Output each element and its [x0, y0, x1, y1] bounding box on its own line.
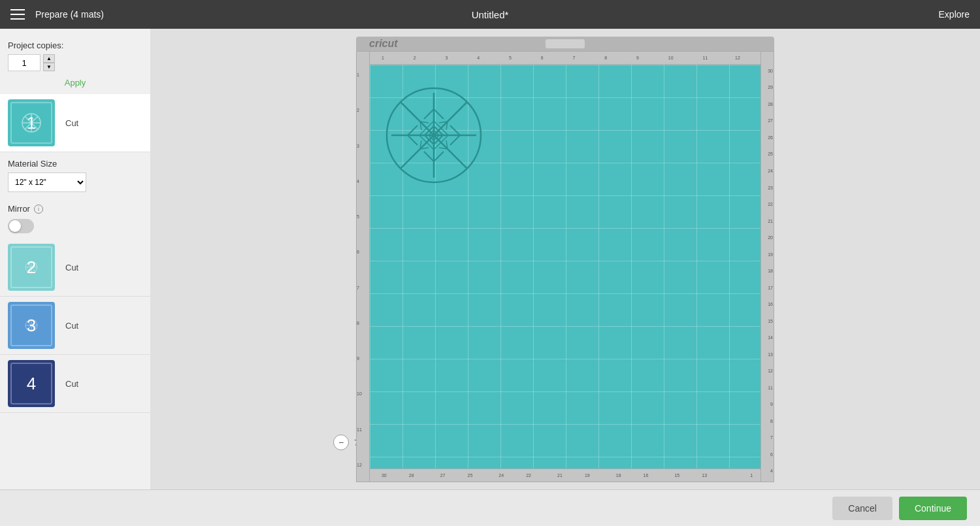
bottom-bar: Cancel Continue	[0, 489, 980, 526]
mat-label-3: Cut	[65, 321, 78, 331]
copies-input[interactable]	[8, 54, 41, 71]
mat-thumbnail-3: 3	[8, 302, 55, 349]
cancel-button[interactable]: Cancel	[832, 497, 892, 520]
ruler-right: 30 29 28 27 26 25 24 23 22 21 20 19 18 1…	[760, 52, 774, 482]
copies-input-row: ▲ ▼	[8, 54, 142, 71]
grid-area	[370, 65, 760, 468]
copies-label: Project copies:	[8, 41, 142, 50]
svg-line-22	[424, 109, 434, 119]
mat-label-2: Cut	[65, 263, 78, 272]
copies-spinner: ▲ ▼	[43, 54, 55, 71]
ruler-top: 1 2 3 4 5 6 7 8 9 10 11 12	[370, 52, 760, 65]
copies-increment[interactable]: ▲	[43, 54, 55, 63]
mat-item-1[interactable]: 1 Cut	[0, 94, 150, 152]
cutting-mat: 1 2 3 4 5 6 7 8 9 10 11 12	[356, 51, 774, 482]
canvas-area: − 75% + cricut 1 2 3	[150, 29, 980, 489]
apply-button[interactable]: Apply	[8, 76, 142, 89]
mat-label-1: Cut	[65, 118, 78, 128]
header: Prepare (4 mats) Untitled* Explore	[0, 0, 980, 29]
material-size-label: Material Size	[8, 159, 142, 169]
cutting-mat-wrapper: cricut 1 2 3 4 5 6 7 8 9	[356, 37, 774, 482]
header-left: Prepare (4 mats)	[10, 9, 104, 20]
ruler-left: 1 2 3 4 5 6 7 8 9 10 11 12	[357, 52, 370, 482]
mat-thumbnail-2: 2	[8, 244, 55, 291]
mat-label-4: Cut	[65, 379, 78, 389]
copies-decrement[interactable]: ▼	[43, 63, 55, 71]
svg-line-31	[408, 135, 417, 145]
svg-line-23	[434, 109, 444, 119]
mat-number-1: 1	[27, 113, 36, 133]
mat-number-2: 2	[27, 257, 36, 278]
material-size-section: Material Size 12" x 12" 12" x 24" Custom	[0, 152, 150, 199]
sidebar: Project copies: ▲ ▼ Apply	[0, 29, 150, 489]
material-size-select[interactable]: 12" x 12" 12" x 24" Custom	[8, 173, 86, 192]
mat-thumbnail-1: 1	[8, 99, 55, 146]
explore-button[interactable]: Explore	[939, 9, 970, 20]
mat-item-2[interactable]: 2 Cut	[0, 238, 150, 297]
mat-thumbnail-4: 4	[8, 360, 55, 407]
mat-number-3: 3	[27, 316, 36, 336]
copies-section: Project copies: ▲ ▼ Apply	[0, 35, 150, 94]
mirror-info-icon[interactable]: i	[34, 205, 43, 214]
svg-line-27	[434, 152, 444, 161]
mirror-section: Mirror i	[0, 199, 150, 238]
svg-line-34	[450, 125, 460, 135]
svg-line-35	[450, 135, 460, 145]
hamburger-icon[interactable]	[10, 9, 25, 20]
toggle-knob	[9, 220, 21, 232]
main-content: Project copies: ▲ ▼ Apply	[0, 29, 980, 489]
cricut-logo: cricut	[369, 38, 398, 50]
mirror-label: Mirror i	[8, 204, 142, 214]
zoom-out-button[interactable]: −	[333, 435, 349, 450]
mat-inner: 1 2 3 4 5 6 7 8 9 10 11 12	[370, 52, 760, 482]
mat-item-4[interactable]: 4 Cut	[0, 355, 150, 413]
mat-handle: cricut	[356, 37, 774, 51]
prepare-title: Prepare (4 mats)	[35, 9, 104, 20]
mat-item-3[interactable]: 3 Cut	[0, 297, 150, 355]
ruler-bottom: 30 28 27 25 24 22 21 19 18 16 15 13 1	[370, 468, 760, 482]
snowflake-design[interactable]	[382, 83, 486, 188]
continue-button[interactable]: Continue	[899, 497, 967, 520]
mirror-toggle[interactable]	[8, 219, 34, 233]
svg-line-26	[424, 152, 434, 161]
document-title: Untitled*	[472, 9, 509, 20]
mat-number-4: 4	[27, 374, 36, 394]
svg-line-30	[408, 125, 417, 135]
mat-handle-bump	[546, 39, 585, 48]
